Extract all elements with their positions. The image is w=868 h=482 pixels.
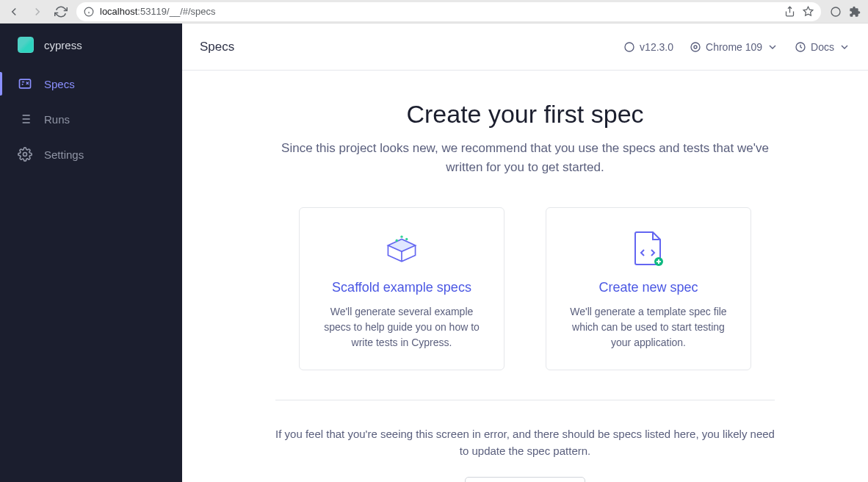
settings-icon xyxy=(18,147,32,162)
url-text: localhost:53119/__/#/specs xyxy=(100,6,216,17)
view-spec-pattern-button[interactable]: View spec pattern xyxy=(465,477,585,482)
sidebar-item-settings[interactable]: Settings xyxy=(0,137,182,172)
svg-point-4 xyxy=(831,7,840,16)
chevron-down-icon xyxy=(767,41,778,53)
back-icon[interactable] xyxy=(7,5,21,18)
topbar: Specs v12.3.0 Chrome 109 Docs xyxy=(182,24,868,71)
svg-point-15 xyxy=(694,46,697,48)
hero-subtitle: Since this project looks new, we recomme… xyxy=(275,139,775,178)
hero-title: Create your first spec xyxy=(226,100,824,129)
specs-icon xyxy=(18,76,32,91)
sidebar-item-label: Runs xyxy=(44,113,70,126)
sidebar-header[interactable]: cypress xyxy=(0,24,182,66)
svg-point-13 xyxy=(625,43,634,51)
browser-toolbar: localhost:53119/__/#/specs xyxy=(0,0,868,24)
sidebar-item-label: Specs xyxy=(44,78,75,90)
cypress-logo-icon xyxy=(18,37,34,53)
sidebar-item-specs[interactable]: Specs xyxy=(0,66,182,101)
card-desc: We'll generate several example specs to … xyxy=(316,304,488,350)
reload-icon[interactable] xyxy=(54,5,68,18)
page-title: Specs xyxy=(200,40,234,54)
main-content: Specs v12.3.0 Chrome 109 Docs xyxy=(182,24,868,482)
sidebar-item-label: Settings xyxy=(44,148,84,161)
info-icon xyxy=(84,7,94,17)
svg-point-18 xyxy=(405,238,408,240)
star-icon[interactable] xyxy=(803,6,814,17)
version-indicator[interactable]: v12.3.0 xyxy=(623,41,673,53)
browser-selector[interactable]: Chrome 109 xyxy=(690,41,778,53)
cypress-icon xyxy=(623,41,635,53)
card-title: Create new spec xyxy=(563,280,734,295)
divider xyxy=(275,400,775,400)
runs-icon xyxy=(18,112,32,126)
svg-point-17 xyxy=(396,239,398,241)
forward-icon[interactable] xyxy=(31,5,44,18)
svg-marker-3 xyxy=(803,7,813,15)
svg-rect-5 xyxy=(20,79,31,88)
footer-note: If you feel that you're seeing this scre… xyxy=(275,425,775,460)
card-desc: We'll generate a template spec file whic… xyxy=(563,304,734,350)
url-bar[interactable]: localhost:53119/__/#/specs xyxy=(76,2,821,21)
project-name: cypress xyxy=(44,39,82,51)
chrome-icon xyxy=(690,41,701,53)
box-icon xyxy=(316,229,488,270)
scaffold-specs-card[interactable]: Scaffold example specs We'll generate se… xyxy=(299,207,504,370)
card-title: Scaffold example specs xyxy=(316,280,488,295)
chevron-down-icon xyxy=(839,41,850,53)
sidebar: cypress Specs Runs Settings xyxy=(0,24,182,482)
docs-link[interactable]: Docs xyxy=(795,41,850,53)
svg-point-19 xyxy=(400,235,402,237)
puzzle-icon[interactable] xyxy=(849,6,861,18)
file-icon xyxy=(563,229,734,270)
docs-icon xyxy=(795,41,806,53)
sidebar-item-runs[interactable]: Runs xyxy=(0,101,182,137)
svg-point-12 xyxy=(23,153,27,157)
share-icon[interactable] xyxy=(784,6,795,17)
svg-point-14 xyxy=(691,43,700,51)
create-spec-card[interactable]: Create new spec We'll generate a templat… xyxy=(546,207,751,370)
extension-icon[interactable] xyxy=(830,6,842,18)
